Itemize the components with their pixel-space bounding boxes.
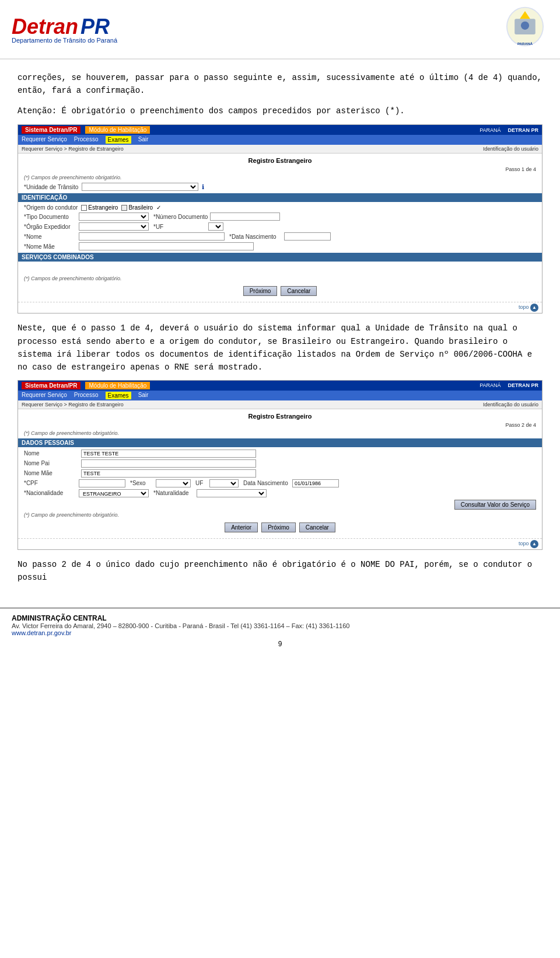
button-row-1: Próximo Cancelar <box>24 286 536 296</box>
orgao-dropdown[interactable] <box>79 222 149 231</box>
nav-requerer-1[interactable]: Requerer Serviço <box>22 136 67 144</box>
brasileiro-checkbox[interactable] <box>121 205 127 211</box>
topo-label-2: topo <box>519 541 529 546</box>
data-nasc-label-2: Data Nascimento <box>243 480 290 486</box>
consultar-button[interactable]: Consultar Valor do Serviço <box>454 500 536 510</box>
orgao-uf-row: *Órgão Expedidor *UF <box>24 222 536 231</box>
estrangeiro-checkbox[interactable] <box>81 205 87 211</box>
form-title-1: Registro Estrangeiro <box>24 157 536 164</box>
nav-exames-1[interactable]: Exames <box>106 136 131 144</box>
estrangeiro-label: Estrangeiro <box>88 204 118 211</box>
sexo-label: *Sexo <box>130 480 153 486</box>
nome-row-2: Nome <box>24 450 536 458</box>
tipo-doc-dropdown[interactable] <box>79 212 149 221</box>
proximo-button-1[interactable]: Próximo <box>243 286 278 296</box>
nome-mae-row-2: Nome Mãe <box>24 469 536 478</box>
check-mark: ✓ <box>156 204 161 211</box>
sys-breadcrumb-1: Requerer Serviço > Registro de Estrangei… <box>18 145 542 154</box>
nacionalidade-dropdown[interactable]: ESTRANGEIRO <box>79 489 149 497</box>
cancelar-button-1[interactable]: Cancelar <box>281 286 317 296</box>
button-row-2: Anterior Próximo Cancelar <box>24 522 536 532</box>
uf-dropdown[interactable] <box>208 222 223 231</box>
step-indicator-1: Passo 1 de 4 <box>24 166 536 172</box>
nome-pair: *Nome <box>24 232 225 241</box>
nac-nat-row: *Nacionalidade ESTRANGEIRO *Naturalidade <box>24 489 536 497</box>
footer-address: Av. Victor Ferreira do Amaral, 2940 – 82… <box>12 622 548 629</box>
nome-input[interactable] <box>79 232 225 241</box>
admin-label: ADMINISTRAÇÃO CENTRAL <box>12 614 548 622</box>
nacionalidade-label: *Nacionalidade <box>24 490 76 496</box>
nome-mae-input[interactable] <box>79 242 254 250</box>
required-note-4: (*) Campo de preenchimento obrigatório. <box>24 512 536 518</box>
sexo-dropdown[interactable] <box>156 479 191 487</box>
nav-sair-2[interactable]: Sair <box>138 392 149 399</box>
parana-label-2: PARANÁ <box>480 382 501 388</box>
sys-topbar-2: Sistema Detran/PR Módulo de Habilitação … <box>18 381 542 391</box>
uf-dropdown-2[interactable] <box>209 479 239 487</box>
naturalidade-dropdown[interactable] <box>197 489 267 497</box>
nome-input-2[interactable] <box>81 450 256 458</box>
data-nasc-input-2[interactable] <box>292 479 339 487</box>
data-nasc-input[interactable] <box>284 232 331 241</box>
page-header: Detran PR Departamento de Trânsito do Pa… <box>0 0 560 60</box>
nome-pai-input[interactable] <box>81 459 256 468</box>
attention-text: Atenção: É obrigatório o preenchimento d… <box>18 104 542 117</box>
topo-icon-2[interactable]: ▲ <box>530 540 538 548</box>
data-nasc-pair: *Data Nascimento <box>229 232 331 241</box>
naturalidade-pair: *Naturalidade <box>153 489 267 497</box>
cancelar-button-2[interactable]: Cancelar <box>299 522 335 532</box>
sexo-pair: *Sexo <box>130 479 191 487</box>
nav-processo-2[interactable]: Processo <box>74 392 99 399</box>
nav-exames-2[interactable]: Exames <box>106 392 131 399</box>
topo-label-1: topo <box>519 304 529 310</box>
user-id-1: Identificação do usuário <box>483 146 538 152</box>
required-note-2: (*) Campos de preenchimento obrigatório. <box>24 276 536 281</box>
nome-mae-label: *Nome Mãe <box>24 243 76 250</box>
unidade-transito-row: *Unidade de Trânsito ℹ <box>24 183 536 191</box>
sys-topbar-1: Sistema Detran/PR Módulo de Habilitação … <box>18 125 542 135</box>
nome-mae-label-2: Nome Mãe <box>24 470 76 476</box>
nome-pai-row: Nome Pai <box>24 459 536 468</box>
cpf-pair: *CPF <box>24 479 125 487</box>
footer-website: www.detran.pr.gov.br <box>12 629 548 636</box>
dados-pessoais-header: DADOS PESSOAIS <box>18 438 542 447</box>
nome-datanasc-row: *Nome *Data Nascimento <box>24 232 536 241</box>
sys-module-1: Módulo de Habilitação <box>85 126 150 134</box>
sys-nav-1: Requerer Serviço Processo Exames Sair <box>18 135 542 145</box>
nav-processo-1[interactable]: Processo <box>74 136 99 144</box>
breadcrumb-text-2: Requerer Serviço > Registro de Estrangei… <box>22 402 124 407</box>
parana-label-1: PARANÁ <box>480 127 501 133</box>
sys-title-1: Sistema Detran/PR <box>22 126 80 134</box>
breadcrumb-text-1: Requerer Serviço > Registro de Estrangei… <box>22 146 124 152</box>
estrangeiro-check-item: Estrangeiro <box>81 204 118 211</box>
unidade-transito-dropdown[interactable] <box>82 183 198 191</box>
naturalidade-label: *Naturalidade <box>153 490 194 496</box>
system-screenshot-1: Sistema Detran/PR Módulo de Habilitação … <box>18 124 542 313</box>
cpf-input[interactable] <box>79 479 125 487</box>
required-note-3: (*) Campo de preenchimento obrigatório. <box>24 430 536 436</box>
nome-label: *Nome <box>24 234 76 240</box>
sys-breadcrumb-2: Requerer Serviço > Registro de Estrangei… <box>18 400 542 409</box>
num-doc-input[interactable] <box>210 212 280 221</box>
nome-mae-input-2[interactable] <box>81 469 256 478</box>
required-note-1: (*) Campos de preenchimento obrigatório. <box>24 175 536 180</box>
detran-text: Detran <box>12 15 78 39</box>
uf-label-2: UF <box>195 480 207 486</box>
info-icon-1[interactable]: ℹ <box>202 183 204 191</box>
user-id-2: Identificação do usuário <box>483 402 538 407</box>
cpf-label: *CPF <box>24 480 76 486</box>
orgao-label: *Órgão Expedidor <box>24 224 76 230</box>
tipo-doc-pair: *Tipo Documento <box>24 212 149 221</box>
nav-sair-1[interactable]: Sair <box>138 136 149 144</box>
anterior-button[interactable]: Anterior <box>225 522 258 532</box>
intro-paragraph1: correções, se houverem, passar para o pa… <box>18 71 542 97</box>
nav-requerer-2[interactable]: Requerer Serviço <box>22 392 67 399</box>
topo-icon-1[interactable]: ▲ <box>530 304 538 312</box>
num-doc-label: *Número Documento <box>153 214 208 220</box>
proximo-button-2[interactable]: Próximo <box>261 522 296 532</box>
detran-logo: Detran PR <box>12 15 117 39</box>
sys-title-2: Sistema Detran/PR <box>22 382 80 389</box>
servicos-header: SERVIÇOS COMBINADOS <box>18 253 542 262</box>
sys-body-1: Registro Estrangeiro Passo 1 de 4 (*) Ca… <box>18 154 542 302</box>
page-number: 9 <box>12 640 548 648</box>
